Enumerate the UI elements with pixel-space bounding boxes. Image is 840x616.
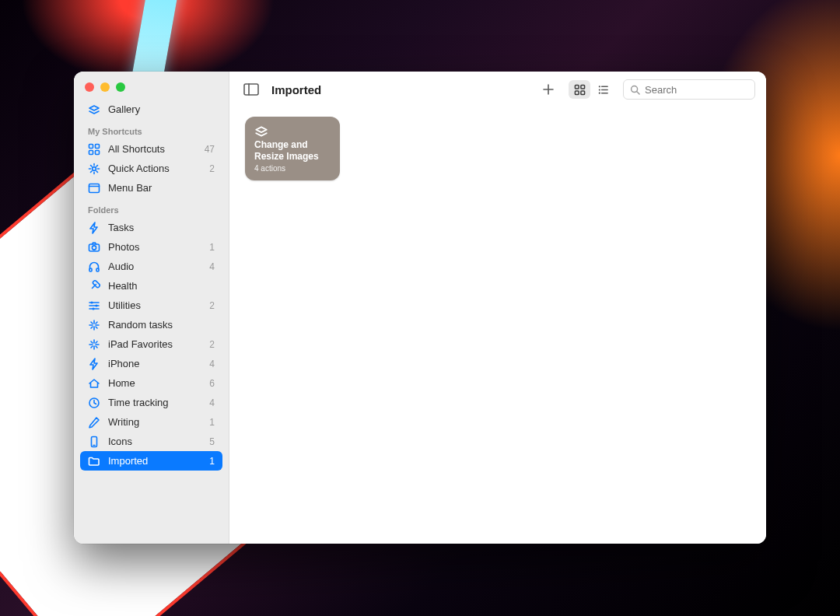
sidebar-item-label: Quick Actions: [108, 163, 201, 174]
svg-point-16: [90, 301, 93, 303]
pill-icon: [88, 280, 100, 292]
main-pane: Imported: [229, 72, 766, 544]
sidebar-item-writing[interactable]: Writing1: [80, 412, 222, 432]
close-window-button[interactable]: [85, 82, 94, 92]
sparkle-icon: [88, 338, 100, 351]
sidebar-item-gallery[interactable]: Gallery: [80, 100, 222, 119]
house-icon: [88, 377, 100, 390]
sidebar-item-health[interactable]: Health: [80, 276, 222, 296]
svg-rect-0: [89, 144, 93, 148]
sidebar-item-label: Gallery: [108, 103, 215, 115]
svg-rect-2: [89, 150, 93, 154]
gear-icon: [88, 163, 100, 175]
svg-rect-3: [96, 150, 100, 154]
sidebar-item-home[interactable]: Home6: [80, 373, 222, 393]
sidebar-item-icons[interactable]: Icons5: [80, 432, 222, 451]
sidebar-item-count: 2: [209, 339, 215, 350]
sidebar-item-menu-bar[interactable]: Menu Bar: [80, 178, 222, 198]
shortcut-card-change-and-resize-images[interactable]: Change and Resize Images4 actions: [245, 117, 340, 180]
sidebar-item-label: Audio: [108, 261, 201, 272]
sidebar-item-utilities[interactable]: Utilities2: [80, 296, 222, 315]
bolt-icon: [88, 222, 100, 234]
svg-rect-25: [580, 85, 584, 89]
sidebar-item-count: 5: [209, 436, 215, 447]
shortcut-subtitle: 4 actions: [254, 164, 331, 173]
sidebar-item-count: 2: [209, 300, 215, 311]
zoom-window-button[interactable]: [116, 82, 125, 92]
sidebar-item-label: Photos: [108, 241, 201, 253]
toolbar: Imported: [229, 72, 766, 107]
sidebar-item-count: 4: [209, 359, 215, 369]
headphones-icon: [88, 261, 100, 273]
sidebar-item-quick-actions[interactable]: Quick Actions2: [80, 159, 222, 178]
list-view-button[interactable]: [592, 80, 614, 99]
svg-rect-10: [96, 268, 99, 271]
phone-icon: [88, 436, 100, 448]
sidebar-item-time-tracking[interactable]: Time tracking4: [80, 393, 222, 412]
svg-point-8: [92, 245, 96, 249]
window-icon: [88, 182, 100, 194]
svg-point-18: [92, 307, 94, 310]
sidebar-item-label: iPad Favorites: [108, 338, 201, 350]
minimize-window-button[interactable]: [100, 82, 110, 92]
sidebar-item-label: Writing: [108, 416, 201, 428]
sidebar-item-label: All Shortcuts: [108, 143, 197, 155]
sidebar-item-label: iPhone: [108, 358, 201, 369]
sidebar-item-count: 1: [209, 456, 215, 467]
svg-point-32: [598, 92, 600, 93]
sidebar-item-tasks[interactable]: Tasks: [80, 218, 222, 237]
sidebar-item-ipad-favorites[interactable]: iPad Favorites2: [80, 334, 222, 354]
sidebar-section-header: Folders: [80, 198, 222, 218]
search-field[interactable]: [623, 79, 755, 100]
clock-icon: [88, 397, 100, 409]
camera-icon: [88, 241, 100, 254]
sidebar-nav: Gallery My Shortcuts All Shortcuts47Quic…: [74, 100, 229, 478]
shortcuts-grid: Change and Resize Images4 actions: [229, 107, 766, 544]
shortcuts-window: Gallery My Shortcuts All Shortcuts47Quic…: [74, 72, 766, 544]
sidebar-item-random-tasks[interactable]: Random tasks: [80, 315, 222, 334]
svg-point-4: [93, 166, 96, 170]
layers-icon: [254, 124, 268, 138]
svg-rect-5: [89, 184, 100, 192]
toggle-sidebar-button[interactable]: [240, 80, 262, 99]
svg-point-17: [95, 304, 97, 306]
sidebar-item-label: Icons: [108, 436, 201, 447]
sidebar-item-imported[interactable]: Imported1: [80, 451, 222, 471]
sidebar-item-all-shortcuts[interactable]: All Shortcuts47: [80, 139, 222, 159]
window-controls: [74, 72, 229, 100]
svg-point-28: [598, 86, 600, 87]
grid-icon: [88, 143, 100, 156]
sidebar-item-label: Tasks: [108, 222, 207, 233]
svg-rect-26: [575, 90, 579, 94]
page-title: Imported: [271, 83, 321, 96]
svg-point-30: [598, 89, 600, 90]
sidebar-item-iphone[interactable]: iPhone4: [80, 354, 222, 373]
sidebar-item-label: Random tasks: [108, 319, 207, 331]
bolt-icon: [88, 358, 100, 370]
svg-rect-24: [575, 85, 579, 89]
folder-icon: [88, 455, 100, 467]
svg-rect-27: [580, 90, 584, 94]
sidebar-item-label: Health: [108, 280, 207, 292]
sidebar-section-header: My Shortcuts: [80, 119, 222, 139]
sidebar-item-count: 4: [209, 261, 215, 272]
svg-rect-1: [96, 144, 100, 148]
sidebar-item-count: 47: [205, 144, 215, 155]
sidebar-item-label: Imported: [108, 455, 201, 467]
desktop-wallpaper: Gallery My Shortcuts All Shortcuts47Quic…: [0, 0, 840, 616]
svg-line-35: [637, 91, 639, 93]
sidebar-item-count: 6: [209, 378, 215, 389]
sidebar-item-count: 1: [209, 417, 215, 428]
new-shortcut-button[interactable]: [537, 80, 559, 99]
sidebar-item-photos[interactable]: Photos1: [80, 237, 222, 257]
search-input[interactable]: [645, 84, 748, 96]
shortcut-title: Change and Resize Images: [254, 139, 331, 163]
grid-view-button[interactable]: [569, 80, 590, 99]
sidebar-item-audio[interactable]: Audio4: [80, 257, 222, 276]
sidebar-item-label: Utilities: [108, 299, 201, 311]
sidebar-item-label: Menu Bar: [108, 182, 207, 194]
sidebar-item-label: Home: [108, 377, 201, 389]
svg-rect-22: [244, 84, 258, 95]
sparkle-icon: [88, 319, 100, 331]
layers-icon: [88, 103, 100, 116]
